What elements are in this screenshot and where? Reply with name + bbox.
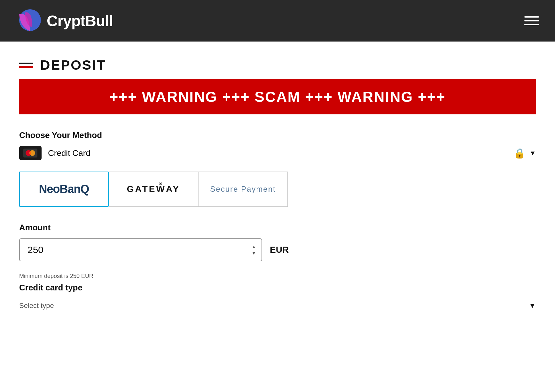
gateway-label: GATEW✕AY: [127, 184, 180, 194]
logo-area: CryptBull: [16, 8, 113, 34]
choose-method-label: Choose Your Method: [19, 130, 536, 140]
select-type-placeholder: Select type: [19, 302, 54, 310]
payment-option-secure-payment[interactable]: Secure Payment: [198, 172, 288, 207]
select-type-arrow-icon: ▼: [529, 302, 536, 310]
credit-card-icon: [19, 146, 42, 160]
page-title-area: DEPOSIT: [19, 58, 536, 73]
title-line-bottom: [19, 66, 33, 68]
amount-stepper: ▲ ▼: [250, 244, 258, 256]
amount-input[interactable]: [19, 238, 262, 261]
credit-card-type-label: Credit card type: [19, 283, 536, 293]
select-type-dropdown[interactable]: Select type ▼: [19, 298, 536, 314]
amount-section: Amount ▲ ▼ EUR: [19, 223, 536, 261]
amount-label: Amount: [19, 223, 536, 233]
method-right: 🔒 ▼: [514, 148, 536, 159]
method-dropdown-arrow[interactable]: ▼: [529, 150, 536, 157]
credit-card-info: Minimum deposit is 250 EUR Credit card t…: [19, 273, 536, 314]
payment-option-neobanq[interactable]: NeoBanQ: [19, 172, 109, 207]
hamburger-menu[interactable]: [524, 16, 539, 25]
brand-name: CryptBull: [47, 12, 113, 30]
method-left: Credit Card: [19, 146, 90, 160]
logo-icon: [16, 8, 42, 34]
method-selector: Credit Card 🔒 ▼: [19, 146, 536, 160]
method-name: Credit Card: [48, 148, 90, 158]
amount-increase-button[interactable]: ▲: [250, 244, 258, 250]
payment-option-gateway[interactable]: GATEW✕AY: [109, 172, 198, 207]
lock-icon: 🔒: [514, 148, 526, 159]
warning-banner: +++ WARNING +++ SCAM +++ WARNING +++: [19, 79, 536, 114]
currency-label: EUR: [270, 245, 289, 255]
main-content: DEPOSIT +++ WARNING +++ SCAM +++ WARNING…: [0, 42, 555, 330]
amount-row: ▲ ▼ EUR: [19, 238, 536, 261]
min-deposit-text: Minimum deposit is 250 EUR: [19, 273, 536, 280]
amount-input-wrapper: ▲ ▼: [19, 238, 262, 261]
title-accent: [19, 63, 33, 68]
header: CryptBull: [0, 0, 555, 42]
neobanq-label: NeoBanQ: [39, 182, 89, 196]
amount-decrease-button[interactable]: ▼: [250, 250, 258, 256]
payment-options: NeoBanQ GATEW✕AY Secure Payment: [19, 172, 536, 207]
secure-payment-label: Secure Payment: [210, 185, 276, 194]
page-title: DEPOSIT: [40, 58, 106, 73]
title-line-top: [19, 63, 33, 64]
